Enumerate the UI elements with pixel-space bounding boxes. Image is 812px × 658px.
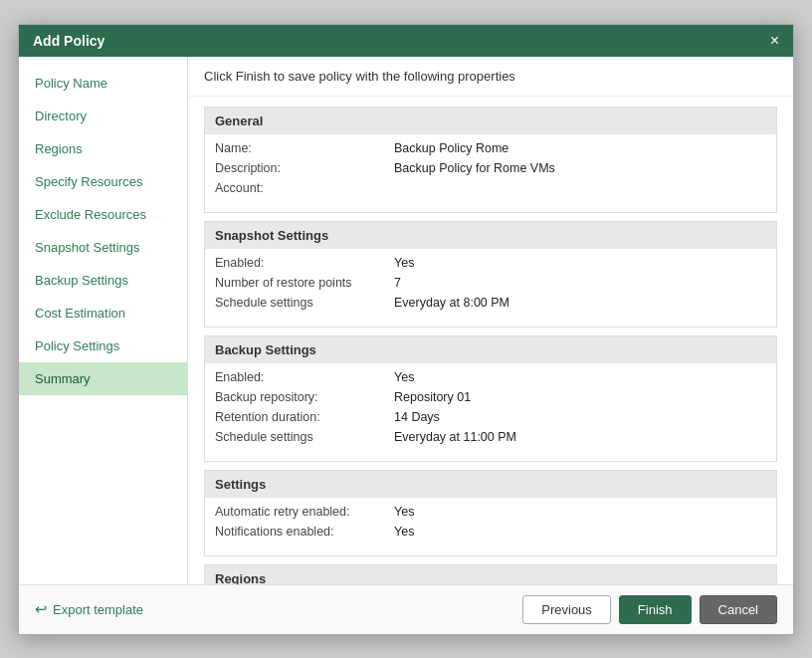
sidebar-item-regions[interactable]: Regions — [19, 132, 187, 165]
sidebar-item-policy-settings[interactable]: Policy Settings — [19, 329, 187, 362]
sidebar-item-policy-name[interactable]: Policy Name — [19, 67, 187, 100]
sidebar-item-backup-settings[interactable]: Backup Settings — [19, 264, 187, 297]
prop-label: Schedule settings — [215, 430, 394, 444]
main-content: Click Finish to save policy with the fol… — [188, 57, 793, 584]
prop-label: Number of restore points — [215, 276, 394, 290]
section-body: Enabled:YesNumber of restore points7Sche… — [205, 249, 776, 321]
prop-label: Enabled: — [215, 370, 394, 384]
modal-title: Add Policy — [33, 33, 104, 49]
modal-body: Policy NameDirectoryRegionsSpecify Resou… — [19, 57, 793, 584]
prop-label: Account: — [215, 181, 394, 195]
modal-footer: ↩ Export template Previous Finish Cancel — [19, 584, 793, 634]
modal-header: Add Policy × — [19, 25, 793, 57]
sidebar-item-specify-resources[interactable]: Specify Resources — [19, 165, 187, 198]
prop-row: Automatic retry enabled:Yes — [215, 502, 766, 522]
prop-value: Everyday at 11:00 PM — [394, 430, 516, 444]
export-template-link[interactable]: ↩ Export template — [35, 600, 143, 618]
prop-row: Retention duration:14 Days — [215, 407, 766, 427]
prop-row: Description:Backup Policy for Rome VMs — [215, 158, 766, 178]
sidebar-item-exclude-resources[interactable]: Exclude Resources — [19, 198, 187, 231]
sidebar-item-directory[interactable]: Directory — [19, 100, 187, 132]
section-backup-settings: Backup SettingsEnabled:YesBackup reposit… — [204, 335, 777, 462]
prop-label: Automatic retry enabled: — [215, 505, 394, 519]
export-template-label: Export template — [53, 602, 143, 617]
close-button[interactable]: × — [770, 33, 779, 49]
prop-value: Yes — [394, 505, 414, 519]
scroll-area[interactable]: GeneralName:Backup Policy RomeDescriptio… — [188, 97, 793, 584]
prop-row: Schedule settingsEveryday at 11:00 PM — [215, 427, 766, 447]
prop-label: Description: — [215, 161, 394, 175]
finish-button[interactable]: Finish — [619, 595, 692, 624]
sidebar-item-summary[interactable]: Summary — [19, 362, 187, 395]
prop-value: Everyday at 8:00 PM — [394, 296, 509, 310]
section-body: Enabled:YesBackup repository:Repository … — [205, 363, 776, 455]
section-snapshot-settings: Snapshot SettingsEnabled:YesNumber of re… — [204, 221, 777, 328]
footer-buttons: Previous Finish Cancel — [522, 595, 777, 624]
section-header: Snapshot Settings — [205, 222, 776, 249]
section-body: Automatic retry enabled:YesNotifications… — [205, 498, 776, 549]
previous-button[interactable]: Previous — [522, 595, 611, 624]
prop-label: Retention duration: — [215, 410, 394, 424]
section-settings: SettingsAutomatic retry enabled:YesNotif… — [204, 470, 777, 556]
section-general: GeneralName:Backup Policy RomeDescriptio… — [204, 107, 777, 213]
prop-value: Yes — [394, 370, 414, 384]
sidebar: Policy NameDirectoryRegionsSpecify Resou… — [19, 57, 188, 584]
prop-row: Notifications enabled:Yes — [215, 522, 766, 542]
prop-label: Backup repository: — [215, 390, 394, 404]
prop-row: Backup repository:Repository 01 — [215, 387, 766, 407]
main-instruction: Click Finish to save policy with the fol… — [188, 57, 793, 97]
cancel-button[interactable]: Cancel — [700, 595, 777, 624]
section-body: Name:Backup Policy RomeDescription:Backu… — [205, 134, 776, 206]
add-policy-modal: Add Policy × Policy NameDirectoryRegions… — [18, 24, 794, 635]
prop-value: Yes — [394, 256, 414, 270]
export-icon: ↩ — [35, 600, 48, 618]
prop-value: Backup Policy for Rome VMs — [394, 161, 555, 175]
section-header: Settings — [205, 471, 776, 498]
prop-value: 7 — [394, 276, 401, 290]
prop-row: Account: — [215, 178, 766, 198]
section-header: General — [205, 108, 776, 134]
prop-row: Enabled:Yes — [215, 253, 766, 273]
prop-value: Backup Policy Rome — [394, 141, 508, 155]
prop-row: Name:Backup Policy Rome — [215, 138, 766, 158]
section-regions: RegionsWest Europe — [204, 564, 777, 584]
prop-value: Yes — [394, 525, 414, 539]
prop-label: Name: — [215, 141, 394, 155]
prop-row: Number of restore points7 — [215, 273, 766, 293]
prop-label: Notifications enabled: — [215, 525, 394, 539]
section-header: Backup Settings — [205, 336, 776, 363]
prop-value: Repository 01 — [394, 390, 471, 404]
prop-label: Enabled: — [215, 256, 394, 270]
prop-label: Schedule settings — [215, 296, 394, 310]
prop-row: Schedule settingsEveryday at 8:00 PM — [215, 293, 766, 313]
prop-value: 14 Days — [394, 410, 440, 424]
prop-row: Enabled:Yes — [215, 367, 766, 387]
sidebar-item-cost-estimation[interactable]: Cost Estimation — [19, 297, 187, 329]
section-header: Regions — [205, 565, 776, 584]
sidebar-item-snapshot-settings[interactable]: Snapshot Settings — [19, 231, 187, 264]
